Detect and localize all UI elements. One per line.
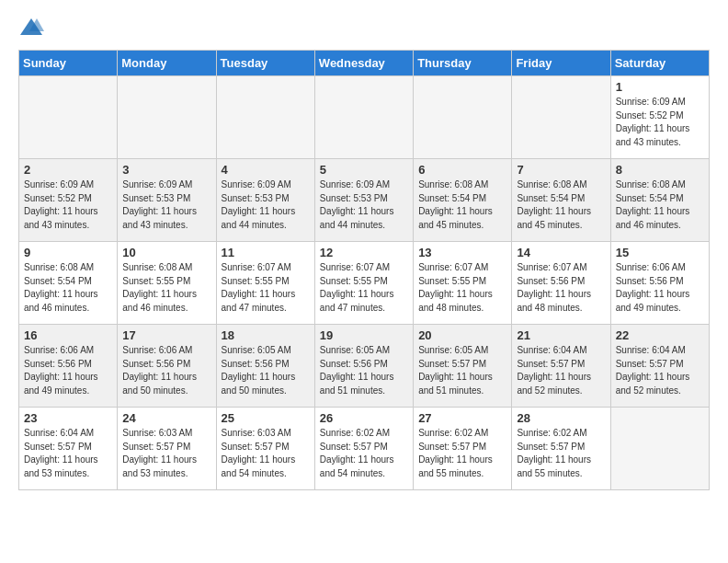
page: SundayMondayTuesdayWednesdayThursdayFrid… xyxy=(0,0,728,505)
day-number: 8 xyxy=(616,163,704,177)
day-number: 16 xyxy=(24,328,112,342)
calendar-day-header: Saturday xyxy=(610,51,709,76)
calendar-cell xyxy=(19,76,118,159)
day-number: 22 xyxy=(616,328,704,342)
calendar-day-header: Wednesday xyxy=(314,51,413,76)
day-info: Sunrise: 6:09 AM Sunset: 5:53 PM Dayligh… xyxy=(122,178,210,232)
calendar-cell: 15Sunrise: 6:06 AM Sunset: 5:56 PM Dayli… xyxy=(610,242,709,325)
calendar-cell xyxy=(118,76,216,159)
day-number: 11 xyxy=(222,246,310,259)
day-number: 7 xyxy=(517,163,605,177)
day-info: Sunrise: 6:08 AM Sunset: 5:54 PM Dayligh… xyxy=(517,178,605,232)
day-number: 17 xyxy=(122,328,210,342)
day-info: Sunrise: 6:08 AM Sunset: 5:55 PM Dayligh… xyxy=(122,261,210,315)
day-info: Sunrise: 6:04 AM Sunset: 5:57 PM Dayligh… xyxy=(517,344,605,397)
calendar-day-header: Friday xyxy=(512,51,610,76)
day-info: Sunrise: 6:07 AM Sunset: 5:55 PM Dayligh… xyxy=(222,261,310,315)
calendar-day-header: Tuesday xyxy=(216,51,314,76)
day-number: 20 xyxy=(418,328,506,342)
calendar-cell: 11Sunrise: 6:07 AM Sunset: 5:55 PM Dayli… xyxy=(216,242,314,325)
day-info: Sunrise: 6:02 AM Sunset: 5:57 PM Dayligh… xyxy=(320,427,408,480)
day-info: Sunrise: 6:05 AM Sunset: 5:56 PM Dayligh… xyxy=(320,344,408,397)
day-number: 19 xyxy=(320,328,408,342)
day-info: Sunrise: 6:09 AM Sunset: 5:53 PM Dayligh… xyxy=(222,178,310,232)
day-info: Sunrise: 6:03 AM Sunset: 5:57 PM Dayligh… xyxy=(122,427,210,480)
day-number: 12 xyxy=(320,246,408,259)
calendar-week-row: 23Sunrise: 6:04 AM Sunset: 5:57 PM Dayli… xyxy=(19,408,710,490)
day-info: Sunrise: 6:09 AM Sunset: 5:52 PM Dayligh… xyxy=(616,96,704,149)
calendar-cell: 6Sunrise: 6:08 AM Sunset: 5:54 PM Daylig… xyxy=(414,159,512,242)
day-info: Sunrise: 6:02 AM Sunset: 5:57 PM Dayligh… xyxy=(517,427,605,480)
day-number: 5 xyxy=(320,163,408,177)
day-info: Sunrise: 6:04 AM Sunset: 5:57 PM Dayligh… xyxy=(24,427,112,480)
calendar-cell: 10Sunrise: 6:08 AM Sunset: 5:55 PM Dayli… xyxy=(118,242,216,325)
day-info: Sunrise: 6:05 AM Sunset: 5:57 PM Dayligh… xyxy=(418,344,506,397)
day-number: 24 xyxy=(122,411,210,425)
day-number: 25 xyxy=(222,411,310,425)
calendar-cell: 7Sunrise: 6:08 AM Sunset: 5:54 PM Daylig… xyxy=(512,159,610,242)
calendar-cell: 13Sunrise: 6:07 AM Sunset: 5:55 PM Dayli… xyxy=(414,242,512,325)
calendar-week-row: 1Sunrise: 6:09 AM Sunset: 5:52 PM Daylig… xyxy=(19,76,710,159)
day-number: 15 xyxy=(616,246,704,259)
day-number: 27 xyxy=(418,411,506,425)
calendar-cell: 16Sunrise: 6:06 AM Sunset: 5:56 PM Dayli… xyxy=(19,325,118,408)
day-info: Sunrise: 6:08 AM Sunset: 5:54 PM Dayligh… xyxy=(418,178,506,232)
calendar-cell: 5Sunrise: 6:09 AM Sunset: 5:53 PM Daylig… xyxy=(314,159,413,242)
calendar-week-row: 9Sunrise: 6:08 AM Sunset: 5:54 PM Daylig… xyxy=(19,242,710,325)
calendar-day-header: Thursday xyxy=(414,51,512,76)
logo xyxy=(18,15,48,40)
day-info: Sunrise: 6:07 AM Sunset: 5:55 PM Dayligh… xyxy=(320,261,408,315)
calendar-cell xyxy=(610,408,709,490)
logo-icon xyxy=(18,15,44,40)
calendar-week-row: 2Sunrise: 6:09 AM Sunset: 5:52 PM Daylig… xyxy=(19,159,710,242)
day-number: 2 xyxy=(24,163,112,177)
day-number: 26 xyxy=(320,411,408,425)
day-info: Sunrise: 6:06 AM Sunset: 5:56 PM Dayligh… xyxy=(122,344,210,397)
day-info: Sunrise: 6:08 AM Sunset: 5:54 PM Dayligh… xyxy=(616,178,704,232)
calendar-cell: 17Sunrise: 6:06 AM Sunset: 5:56 PM Dayli… xyxy=(118,325,216,408)
header xyxy=(18,15,710,40)
day-number: 3 xyxy=(122,163,210,177)
day-number: 1 xyxy=(616,80,704,94)
calendar-cell: 28Sunrise: 6:02 AM Sunset: 5:57 PM Dayli… xyxy=(512,408,610,490)
day-info: Sunrise: 6:04 AM Sunset: 5:57 PM Dayligh… xyxy=(616,344,704,397)
calendar-cell: 22Sunrise: 6:04 AM Sunset: 5:57 PM Dayli… xyxy=(610,325,709,408)
calendar-cell: 12Sunrise: 6:07 AM Sunset: 5:55 PM Dayli… xyxy=(314,242,413,325)
calendar-day-header: Sunday xyxy=(19,51,118,76)
calendar-cell: 8Sunrise: 6:08 AM Sunset: 5:54 PM Daylig… xyxy=(610,159,709,242)
calendar-cell xyxy=(414,76,512,159)
calendar-cell: 24Sunrise: 6:03 AM Sunset: 5:57 PM Dayli… xyxy=(118,408,216,490)
day-number: 13 xyxy=(418,246,506,259)
calendar-cell: 20Sunrise: 6:05 AM Sunset: 5:57 PM Dayli… xyxy=(414,325,512,408)
calendar-cell: 4Sunrise: 6:09 AM Sunset: 5:53 PM Daylig… xyxy=(216,159,314,242)
day-info: Sunrise: 6:03 AM Sunset: 5:57 PM Dayligh… xyxy=(222,427,310,480)
day-info: Sunrise: 6:06 AM Sunset: 5:56 PM Dayligh… xyxy=(24,344,112,397)
calendar-header-row: SundayMondayTuesdayWednesdayThursdayFrid… xyxy=(19,51,710,76)
day-number: 28 xyxy=(517,411,605,425)
day-number: 9 xyxy=(24,246,112,259)
day-number: 6 xyxy=(418,163,506,177)
day-info: Sunrise: 6:07 AM Sunset: 5:56 PM Dayligh… xyxy=(517,261,605,315)
calendar-cell: 14Sunrise: 6:07 AM Sunset: 5:56 PM Dayli… xyxy=(512,242,610,325)
day-info: Sunrise: 6:08 AM Sunset: 5:54 PM Dayligh… xyxy=(24,261,112,315)
day-number: 23 xyxy=(24,411,112,425)
calendar-day-header: Monday xyxy=(118,51,216,76)
calendar-cell xyxy=(216,76,314,159)
calendar-cell: 1Sunrise: 6:09 AM Sunset: 5:52 PM Daylig… xyxy=(610,76,709,159)
day-number: 21 xyxy=(517,328,605,342)
day-info: Sunrise: 6:05 AM Sunset: 5:56 PM Dayligh… xyxy=(222,344,310,397)
day-info: Sunrise: 6:09 AM Sunset: 5:53 PM Dayligh… xyxy=(320,178,408,232)
calendar-week-row: 16Sunrise: 6:06 AM Sunset: 5:56 PM Dayli… xyxy=(19,325,710,408)
calendar-cell: 9Sunrise: 6:08 AM Sunset: 5:54 PM Daylig… xyxy=(19,242,118,325)
calendar-cell xyxy=(512,76,610,159)
day-info: Sunrise: 6:06 AM Sunset: 5:56 PM Dayligh… xyxy=(616,261,704,315)
calendar-cell: 26Sunrise: 6:02 AM Sunset: 5:57 PM Dayli… xyxy=(314,408,413,490)
day-number: 10 xyxy=(122,246,210,259)
calendar-cell: 23Sunrise: 6:04 AM Sunset: 5:57 PM Dayli… xyxy=(19,408,118,490)
calendar: SundayMondayTuesdayWednesdayThursdayFrid… xyxy=(18,50,710,490)
day-info: Sunrise: 6:07 AM Sunset: 5:55 PM Dayligh… xyxy=(418,261,506,315)
day-info: Sunrise: 6:09 AM Sunset: 5:52 PM Dayligh… xyxy=(24,178,112,232)
calendar-cell: 2Sunrise: 6:09 AM Sunset: 5:52 PM Daylig… xyxy=(19,159,118,242)
day-number: 4 xyxy=(222,163,310,177)
calendar-cell: 21Sunrise: 6:04 AM Sunset: 5:57 PM Dayli… xyxy=(512,325,610,408)
